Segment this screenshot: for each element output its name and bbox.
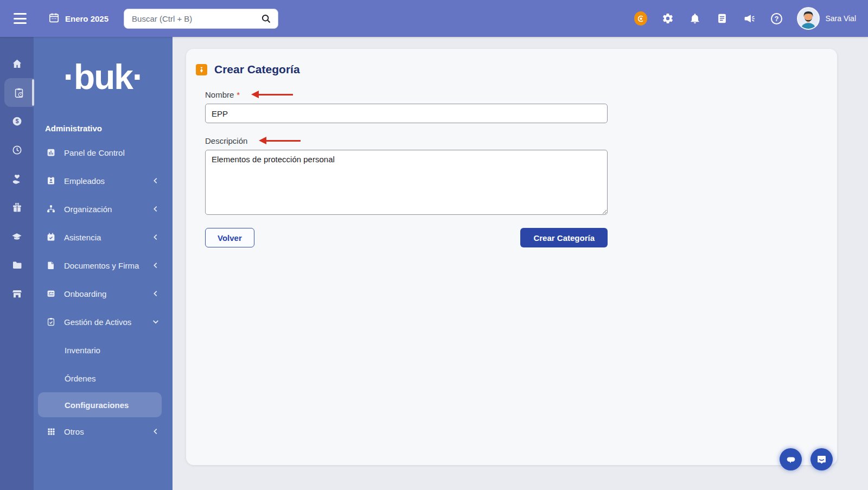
checklist-icon [46,289,56,298]
create-category-card: Crear Categoría Nombre * Descripción Ele… [186,49,837,465]
clock-icon [11,144,23,156]
profile-label: Administrativo [45,124,173,133]
dollar-icon: $ [11,116,23,127]
home-icon [11,58,23,69]
dashboard-icon [46,148,56,157]
main-content: Crear Categoría Nombre * Descripción Ele… [173,37,868,490]
settings-button[interactable] [661,12,674,25]
whats-new-button[interactable] [743,12,756,25]
rail-benefits-button[interactable] [0,164,34,193]
chevron-left-icon [152,205,159,213]
create-category-button[interactable]: Crear Categoría [520,228,608,247]
folder-icon [11,259,23,271]
grid-icon [46,427,56,436]
sidebar: ·buk· Administrativo Panel de Control [34,37,173,490]
chevron-down-icon [152,318,159,326]
create-category-form: Nombre * Descripción Elementos de protec… [205,90,608,247]
descripcion-label: Descripción [205,136,247,145]
sidebar-item-panel-de-control[interactable]: Panel de Control [34,138,173,167]
rail-home-button[interactable] [0,49,34,78]
search-icon[interactable] [260,13,272,27]
sidebar-item-otros[interactable]: Otros [34,417,173,446]
sidebar-subitem-inventario[interactable]: Inventario [34,336,173,364]
rail-files-button[interactable] [0,251,34,279]
sidebar-item-onboarding[interactable]: Onboarding [34,279,173,308]
annotation-arrow-descripcion [266,140,301,142]
chevron-left-icon [152,233,159,241]
graduation-cap-icon [11,231,23,243]
rail-asset-management-button[interactable] [4,78,34,107]
notes-button[interactable] [716,12,729,25]
form-actions: Volver Crear Categoría [205,228,608,247]
sidebar-item-documentos-y-firma[interactable]: Documentos y Firma [34,251,173,279]
notifications-button[interactable] [688,12,701,25]
sidebar-item-organizacion[interactable]: Organización [34,195,173,223]
back-button[interactable]: Volver [205,228,254,247]
topbar-actions: ? Sara Vial [634,0,856,37]
rail-marketplace-button[interactable] [0,279,34,308]
sidebar-subitem-ordenes[interactable]: Órdenes [34,364,173,392]
card-header: Crear Categoría [196,63,837,76]
asset-tag-icon [196,64,207,75]
nombre-input[interactable] [205,104,608,123]
sidebar-item-gestion-de-activos[interactable]: Gestión de Activos [34,308,173,336]
announcements-beacon-button[interactable] [634,12,647,25]
menu-toggle-button[interactable] [14,13,28,24]
clipboard-clock-icon [13,87,25,99]
calendar-check-icon [46,232,56,242]
note-icon [716,12,728,24]
avatar [797,7,820,30]
speech-bubble-icon [785,454,797,466]
buk-logo: ·buk· [34,44,173,110]
search-input[interactable] [124,9,278,29]
period-label: Enero 2025 [65,14,108,23]
calendar-icon [48,12,60,26]
svg-text:$: $ [15,118,18,124]
module-rail: $ [0,37,34,490]
beacon-icon [634,11,647,26]
nombre-label-row: Nombre * [205,90,608,99]
topbar: Enero 2025 [0,0,868,37]
required-asterisk: * [237,90,240,99]
rail-gifts-button[interactable] [0,193,34,222]
rail-training-button[interactable] [0,222,34,251]
descripcion-textarea[interactable]: Elementos de protección personal [205,150,608,215]
rail-time-button[interactable] [0,136,34,164]
user-name: Sara Vial [825,14,856,23]
rail-payments-button[interactable]: $ [0,107,34,136]
org-chart-icon [46,204,56,214]
chat-smile-icon [816,454,827,465]
user-menu[interactable]: Sara Vial [797,7,856,30]
sidebar-item-asistencia[interactable]: Asistencia [34,223,173,251]
bell-icon [689,12,701,24]
chevron-left-icon [152,428,159,435]
chevron-left-icon [152,290,159,297]
annotation-arrow-nombre [258,94,293,96]
messenger-button[interactable] [810,448,833,470]
hand-heart-icon [11,173,23,185]
clipboard-sync-icon [46,317,56,327]
megaphone-icon [743,12,756,25]
gift-icon [11,202,23,213]
id-badge-icon [46,176,56,186]
chevron-left-icon [152,262,159,269]
store-icon [11,288,23,300]
chat-bubble-button[interactable] [780,448,802,470]
period-selector[interactable]: Enero 2025 [48,12,108,26]
search-box [124,9,278,29]
sidebar-item-empleados[interactable]: Empleados [34,167,173,195]
gear-icon [662,12,674,24]
document-icon [46,260,56,270]
chevron-left-icon [152,177,159,184]
descripcion-label-row: Descripción [205,136,608,145]
sidebar-subitem-configuraciones[interactable]: Configuraciones [38,392,162,417]
help-icon: ? [771,13,782,24]
nombre-label: Nombre [205,90,234,99]
help-button[interactable]: ? [770,12,783,25]
page-title: Crear Categoría [214,63,300,76]
app-body: $ [0,37,868,490]
